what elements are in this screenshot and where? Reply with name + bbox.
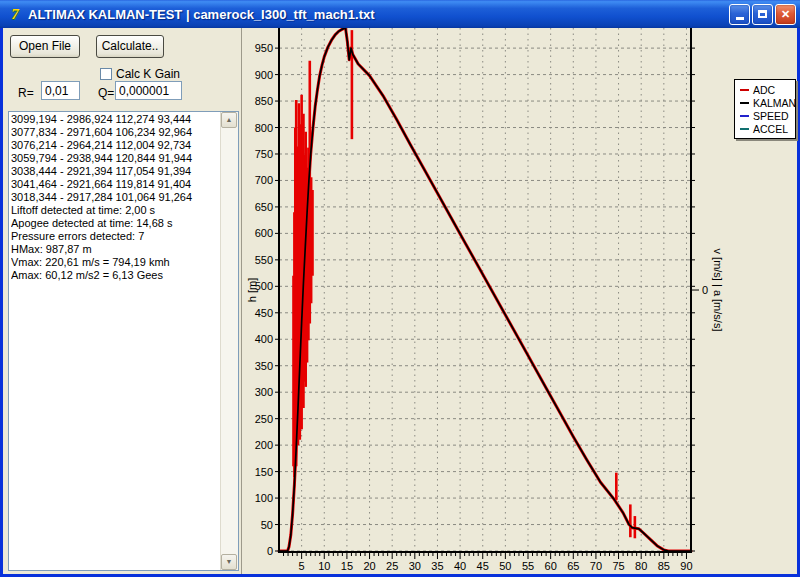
y-tick-label: 900 <box>255 69 273 81</box>
legend-label: ACCEL <box>753 123 788 135</box>
y-tick-label: 800 <box>255 122 273 134</box>
right-zero-label: 0 <box>702 284 708 296</box>
x-tick-label: 90 <box>680 560 692 572</box>
chart-panel: 0501001502002503003504004505005506006507… <box>241 28 797 574</box>
client-area: Open File Calculate.. Calc K Gain R= Q= … <box>3 28 797 574</box>
legend-color-dash <box>740 102 749 104</box>
y-tick-label: 100 <box>255 492 273 504</box>
legend-label: KALMAN <box>753 97 796 109</box>
maximize-button[interactable] <box>752 4 773 25</box>
y-tick-label: 550 <box>255 254 273 266</box>
legend-item-speed: SPEED <box>740 109 791 122</box>
calculate-button[interactable]: Calculate.. <box>96 35 164 58</box>
x-tick-label: 70 <box>590 560 602 572</box>
legend-color-dash <box>740 115 749 117</box>
x-tick-label: 20 <box>363 560 375 572</box>
close-button[interactable]: ✕ <box>775 4 796 25</box>
minimize-button[interactable] <box>729 4 750 25</box>
maximize-icon <box>758 10 767 18</box>
series-adc <box>279 28 691 551</box>
r-input[interactable] <box>41 81 80 100</box>
y-tick-label: 950 <box>255 42 273 54</box>
y-axis-title-right: v [m/s] | a [m/s/s] <box>712 249 724 332</box>
app-window: 7 ALTIMAX KALMAN-TEST | camerock_I300_tf… <box>0 0 800 577</box>
x-tick-label: 65 <box>567 560 579 572</box>
q-input[interactable] <box>115 81 182 100</box>
x-tick-label: 80 <box>635 560 647 572</box>
log-memo[interactable]: 3099,194 - 2986,924 112,274 93,444 3077,… <box>8 111 239 571</box>
x-tick-label: 75 <box>612 560 624 572</box>
y-tick-label: 400 <box>255 333 273 345</box>
close-icon: ✕ <box>781 8 790 21</box>
title-bar[interactable]: 7 ALTIMAX KALMAN-TEST | camerock_I300_tf… <box>0 0 800 28</box>
q-label: Q= <box>98 86 114 100</box>
x-tick-label: 85 <box>658 560 670 572</box>
flight-chart[interactable]: 0501001502002503003504004505005506006507… <box>242 28 798 574</box>
x-tick-label: 35 <box>431 560 443 572</box>
legend-item-accel: ACCEL <box>740 122 791 135</box>
window-title: ALTIMAX KALMAN-TEST | camerock_I300_tft_… <box>28 7 729 22</box>
y-tick-label: 300 <box>255 386 273 398</box>
y-tick-label: 350 <box>255 360 273 372</box>
legend-color-dash <box>740 128 749 130</box>
y-tick-label: 700 <box>255 174 273 186</box>
x-tick-label: 40 <box>454 560 466 572</box>
memo-scrollbar[interactable]: ▲ ▼ <box>220 112 238 570</box>
y-tick-label: 450 <box>255 307 273 319</box>
r-label: R= <box>18 86 34 100</box>
log-text: 3099,194 - 2986,924 112,274 93,444 3077,… <box>11 113 220 569</box>
calc-k-gain-checkbox[interactable] <box>100 68 112 80</box>
legend-item-adc: ADC <box>740 83 791 96</box>
x-tick-label: 50 <box>499 560 511 572</box>
app-icon: 7 <box>6 5 24 23</box>
scroll-up-button[interactable]: ▲ <box>221 112 237 128</box>
x-tick-label: 60 <box>545 560 557 572</box>
y-tick-label: 650 <box>255 201 273 213</box>
legend-item-kalman: KALMAN <box>740 96 791 109</box>
minimize-icon <box>736 17 744 20</box>
x-tick-label: 30 <box>409 560 421 572</box>
y-tick-label: 0 <box>267 545 273 557</box>
x-tick-label: 25 <box>386 560 398 572</box>
y-tick-label: 850 <box>255 95 273 107</box>
x-tick-label: 45 <box>477 560 489 572</box>
calc-k-gain-row: Calc K Gain <box>100 67 180 81</box>
y-tick-label: 150 <box>255 466 273 478</box>
y-tick-label: 50 <box>261 519 273 531</box>
y-tick-label: 200 <box>255 439 273 451</box>
x-tick-label: 5 <box>299 560 305 572</box>
open-file-button[interactable]: Open File <box>10 35 80 58</box>
y-tick-label: 250 <box>255 413 273 425</box>
x-tick-label: 15 <box>341 560 353 572</box>
chevron-down-icon: ▼ <box>226 558 233 565</box>
y-tick-label: 750 <box>255 148 273 160</box>
legend-label: SPEED <box>753 110 789 122</box>
x-tick-label: 55 <box>522 560 534 572</box>
y-tick-label: 600 <box>255 227 273 239</box>
chevron-up-icon: ▲ <box>226 116 233 123</box>
legend-color-dash <box>740 89 749 91</box>
x-tick-label: 10 <box>318 560 330 572</box>
series-kalman <box>279 28 691 551</box>
scroll-down-button[interactable]: ▼ <box>221 554 237 570</box>
y-axis-title-left: h [m] <box>246 278 258 302</box>
legend-label: ADC <box>753 84 775 96</box>
chart-legend: ADCKALMANSPEEDACCEL <box>734 79 796 139</box>
calc-k-gain-label: Calc K Gain <box>116 67 180 81</box>
